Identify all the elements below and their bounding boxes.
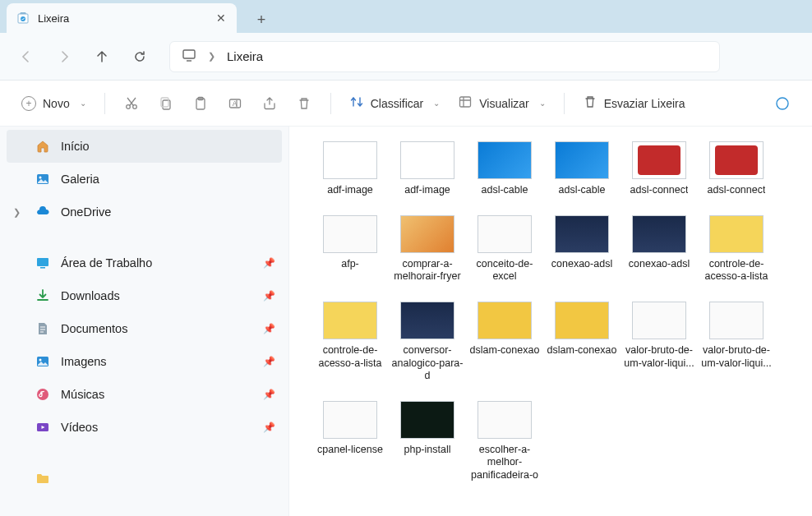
file-thumbnail <box>555 215 609 253</box>
back-button[interactable] <box>10 40 43 73</box>
onedrive-icon <box>35 204 51 220</box>
sidebar-item-gallery[interactable]: Galeria <box>7 163 282 196</box>
chevron-right-icon[interactable]: ❯ <box>13 207 21 218</box>
refresh-button[interactable] <box>123 40 156 73</box>
pin-icon[interactable]: 📌 <box>263 257 275 269</box>
sort-button[interactable]: Classificar ⌄ <box>341 89 449 118</box>
sidebar-item-music[interactable]: Músicas 📌 <box>7 378 282 411</box>
desktop-icon <box>35 255 51 271</box>
navigation-pane: Início Galeria ❯ OneDrive Área de Trabal… <box>0 127 289 516</box>
svg-point-14 <box>39 177 42 179</box>
empty-recycle-bin-button[interactable]: Esvaziar Lixeira <box>574 89 694 118</box>
file-thumbnail <box>555 302 609 339</box>
sidebar-item-documents[interactable]: Documentos 📌 <box>7 312 282 345</box>
sidebar-item-onedrive[interactable]: ❯ OneDrive <box>7 196 282 228</box>
sidebar-item-pictures[interactable]: Imagens 📌 <box>7 345 282 378</box>
file-name: adsl-connect <box>630 184 689 197</box>
cut-button[interactable] <box>115 89 148 118</box>
paste-button[interactable] <box>184 89 217 118</box>
file-item[interactable]: conexao-adsl <box>546 215 618 283</box>
chevron-down-icon: ⌄ <box>80 99 86 108</box>
file-thumbnail <box>632 302 686 339</box>
file-item[interactable]: afp- <box>314 215 386 283</box>
sidebar-item-downloads[interactable]: Downloads 📌 <box>7 279 282 312</box>
sidebar-item-label: Área de Trabalho <box>61 256 253 270</box>
file-item[interactable]: dslam-conexao <box>546 302 618 383</box>
file-item[interactable]: conexao-adsl <box>623 215 695 283</box>
address-bar[interactable]: ❯ Lixeira <box>169 41 720 72</box>
file-thumbnail <box>632 215 686 253</box>
pin-icon[interactable]: 📌 <box>263 290 275 302</box>
file-item[interactable]: adsl-cable <box>468 141 541 197</box>
pin-icon[interactable]: 📌 <box>263 422 275 433</box>
file-name: conexao-adsl <box>629 258 690 271</box>
file-item[interactable]: conversor-analogico-para-d <box>391 302 464 383</box>
view-button[interactable]: Visualizar ⌄ <box>450 89 553 118</box>
file-item[interactable]: adf-image <box>391 141 464 197</box>
file-thumbnail <box>323 141 377 179</box>
sidebar-item-folder[interactable] <box>7 462 282 495</box>
close-tab-icon[interactable]: ✕ <box>215 12 227 24</box>
sort-label: Classificar <box>371 97 424 110</box>
file-item[interactable]: conceito-de-excel <box>468 215 541 283</box>
chevron-down-icon: ⌄ <box>433 99 440 108</box>
file-thumbnail <box>400 141 454 179</box>
breadcrumb-chevron-icon[interactable]: ❯ <box>208 51 215 62</box>
sidebar-item-videos[interactable]: Vídeos 📌 <box>7 411 282 444</box>
home-icon <box>35 138 51 154</box>
pin-icon[interactable]: 📌 <box>263 323 275 334</box>
sidebar-item-label: Documentos <box>61 322 253 335</box>
svg-rect-11 <box>460 97 471 107</box>
details-pane-button[interactable] <box>766 89 799 118</box>
file-list[interactable]: adf-imageadf-imageadsl-cableadsl-cablead… <box>289 127 812 516</box>
rename-button[interactable]: A <box>219 89 251 118</box>
file-name: adsl-cable <box>482 184 528 197</box>
sidebar-item-desktop[interactable]: Área de Trabalho 📌 <box>7 246 282 279</box>
file-thumbnail <box>478 141 532 179</box>
file-name: controle-de-acesso-a-lista <box>314 344 386 370</box>
file-item[interactable]: adsl-connect <box>700 141 773 197</box>
file-item[interactable]: escolher-a-melhor-panificadeira-o <box>468 401 541 482</box>
plus-circle-icon: + <box>21 96 36 111</box>
file-thumbnail <box>709 302 764 339</box>
file-thumbnail <box>555 141 609 179</box>
file-name: conversor-analogico-para-d <box>391 344 464 383</box>
sidebar-item-label: Downloads <box>61 289 253 302</box>
pin-icon[interactable]: 📌 <box>263 389 275 400</box>
file-item[interactable]: controle-de-acesso-a-lista <box>314 302 386 383</box>
monitor-icon <box>182 48 196 65</box>
file-item[interactable]: dslam-conexao <box>468 302 541 383</box>
file-thumbnail <box>400 401 454 439</box>
share-button[interactable] <box>253 89 286 118</box>
forward-button[interactable] <box>48 40 81 73</box>
up-button[interactable] <box>85 40 118 73</box>
file-item[interactable]: valor-bruto-de-um-valor-liqui... <box>623 302 695 383</box>
file-item[interactable]: adsl-cable <box>546 141 618 197</box>
file-name: adf-image <box>327 184 373 197</box>
separator <box>330 93 331 114</box>
navigation-bar: ❯ Lixeira <box>0 33 812 81</box>
new-button[interactable]: + Novo ⌄ <box>13 89 95 118</box>
empty-label: Esvaziar Lixeira <box>604 97 685 110</box>
main-area: Início Galeria ❯ OneDrive Área de Trabal… <box>0 127 812 516</box>
gallery-icon <box>35 171 51 187</box>
file-name: conexao-adsl <box>551 258 612 271</box>
file-thumbnail <box>400 302 454 339</box>
sidebar-item-label: Imagens <box>61 355 253 368</box>
file-item[interactable]: valor-bruto-de-um-valor-liqui... <box>700 302 773 383</box>
svg-rect-15 <box>37 258 48 266</box>
breadcrumb-location[interactable]: Lixeira <box>227 49 263 63</box>
file-name: escolher-a-melhor-panificadeira-o <box>468 444 541 482</box>
new-tab-button[interactable]: + <box>248 7 275 33</box>
file-item[interactable]: cpanel-license <box>314 401 386 482</box>
file-item[interactable]: comprar-a-melhorair-fryer <box>391 215 464 283</box>
delete-button[interactable] <box>288 89 321 118</box>
file-item[interactable]: controle-de-acesso-a-lista <box>700 215 773 283</box>
file-item[interactable]: adsl-connect <box>623 141 695 197</box>
pin-icon[interactable]: 📌 <box>263 356 275 367</box>
file-item[interactable]: php-install <box>391 401 464 482</box>
file-item[interactable]: adf-image <box>314 141 386 197</box>
tab-lixeira[interactable]: Lixeira ✕ <box>7 3 237 33</box>
sidebar-item-home[interactable]: Início <box>7 130 282 163</box>
copy-button[interactable] <box>150 89 182 118</box>
